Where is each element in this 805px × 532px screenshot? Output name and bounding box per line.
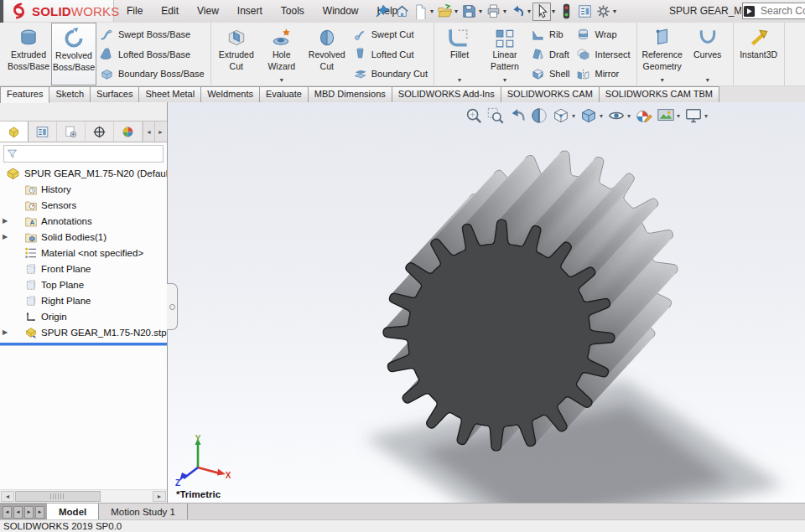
- ribbon-draft-button[interactable]: Draft: [531, 44, 569, 64]
- search-input[interactable]: [759, 4, 805, 18]
- property-manager-tab[interactable]: [29, 121, 57, 142]
- study-tab-motion-study-1[interactable]: Motion Study 1: [99, 504, 188, 520]
- hide-show-items-button[interactable]: [605, 105, 627, 127]
- display-manager-tab[interactable]: [114, 121, 143, 142]
- menu-tools[interactable]: Tools: [272, 0, 314, 23]
- menu-window[interactable]: Window: [314, 0, 368, 23]
- tab-solidworks-add-ins[interactable]: SOLIDWORKS Add-Ins: [392, 86, 501, 102]
- ribbon-mirror-button[interactable]: Mirror: [576, 65, 630, 84]
- menu-file[interactable]: File: [117, 0, 152, 23]
- scrollbar-thumb[interactable]: [15, 491, 101, 502]
- tab-weldments[interactable]: Weldments: [200, 86, 260, 102]
- undo-button[interactable]: [508, 3, 527, 21]
- display-style-dropdown-icon[interactable]: ▾: [600, 112, 603, 120]
- panel-splitter-handle[interactable]: [167, 283, 178, 330]
- last-tab-icon[interactable]: ►: [35, 506, 44, 519]
- ribbon-swept-boss-base-button[interactable]: Swept Boss/Base: [100, 25, 205, 44]
- view-settings-dropdown-icon[interactable]: ▾: [704, 112, 708, 120]
- expand-arrow-icon[interactable]: ▶: [3, 233, 8, 240]
- prev-tab-icon[interactable]: ◄: [13, 506, 23, 519]
- study-tab-nav[interactable]: ◄ ◄ ► ►: [0, 504, 47, 520]
- dimxpert-manager-tab[interactable]: [86, 121, 114, 142]
- rollback-bar[interactable]: [0, 343, 167, 346]
- ribbon-revolved-cut-button[interactable]: RevolvedCut: [304, 23, 350, 85]
- tab-sketch[interactable]: Sketch: [49, 86, 91, 102]
- tree-horizontal-scrollbar[interactable]: ◄ ►: [0, 489, 167, 503]
- tree-item-annotations[interactable]: ▶AAnnotations: [0, 213, 167, 229]
- first-tab-icon[interactable]: ◄: [3, 506, 12, 519]
- tree-filter-box[interactable]: [3, 145, 164, 163]
- ribbon-instant3d-button[interactable]: Instant3D: [736, 23, 782, 85]
- tree-item-history[interactable]: History: [0, 181, 167, 197]
- ribbon-extruded-boss-base-button[interactable]: ExtrudedBoss/Base: [6, 23, 51, 85]
- menu-view[interactable]: View: [188, 0, 228, 23]
- select-dropdown-icon[interactable]: ▾: [552, 8, 555, 15]
- menu-insert[interactable]: Insert: [228, 0, 272, 23]
- ribbon-wrap-button[interactable]: Wrap: [576, 25, 630, 44]
- tree-item-origin[interactable]: Origin: [0, 308, 167, 324]
- new-document-dropdown-icon[interactable]: ▾: [430, 8, 434, 15]
- ribbon-intersect-button[interactable]: Intersect: [576, 44, 630, 64]
- next-tab-icon[interactable]: ►: [24, 506, 34, 519]
- ribbon-boundary-boss-base-button[interactable]: Boundary Boss/Base: [100, 65, 205, 84]
- ribbon-lofted-cut-button[interactable]: Lofted Cut: [353, 44, 428, 64]
- study-tab-model[interactable]: Model: [47, 504, 99, 520]
- tree-item-spur-gear-m1-75-n20-def[interactable]: SPUR GEAR_M1.75-N20 (Default<<De: [0, 165, 167, 181]
- rebuild-button[interactable]: [557, 3, 575, 21]
- home-button[interactable]: [392, 3, 411, 21]
- ribbon-lofted-boss-base-button[interactable]: Lofted Boss/Base: [100, 44, 205, 64]
- previous-view-button[interactable]: [506, 105, 528, 127]
- ribbon-swept-cut-button[interactable]: Swept Cut: [353, 25, 428, 44]
- print-button[interactable]: [484, 3, 502, 21]
- section-view-button[interactable]: [528, 105, 550, 127]
- manager-tabs-scroll-right[interactable]: ►: [154, 121, 166, 142]
- view-settings-button[interactable]: [683, 105, 704, 127]
- manager-tabs-scroll-left[interactable]: ◄: [143, 121, 154, 142]
- new-document-button[interactable]: [411, 3, 429, 21]
- edit-appearance-button[interactable]: [633, 105, 655, 127]
- save-dropdown-icon[interactable]: ▾: [479, 8, 482, 15]
- ribbon-hole-wizard-button[interactable]: HoleWizard▾: [259, 23, 304, 85]
- expand-arrow-icon[interactable]: ▶: [3, 328, 8, 336]
- tree-item-right-plane[interactable]: Right Plane: [0, 292, 167, 308]
- tree-item-top-plane[interactable]: Top Plane: [0, 276, 167, 292]
- pin-menu-icon[interactable]: [375, 3, 390, 18]
- zoom-area-button[interactable]: [485, 105, 506, 127]
- graphics-area[interactable]: ▾▾▾▾▾ YXZ *Trimetric: [168, 102, 805, 503]
- ribbon-linear-pattern-button[interactable]: LinearPattern▾: [482, 23, 527, 85]
- view-orientation-button[interactable]: [550, 105, 572, 127]
- tab-features[interactable]: Features: [0, 86, 49, 103]
- tree-item-sensors[interactable]: Sensors: [0, 197, 167, 213]
- menu-edit[interactable]: Edit: [152, 0, 188, 23]
- tree-item-solid-bodies-1[interactable]: ▶Solid Bodies(1): [0, 229, 167, 245]
- ribbon-extruded-cut-button[interactable]: ExtrudedCut: [214, 23, 259, 85]
- options-button[interactable]: [594, 3, 612, 21]
- ribbon-shell-button[interactable]: Shell: [531, 65, 569, 84]
- tree-item-material-not-specified[interactable]: Material <not specified>: [0, 245, 167, 261]
- select-button[interactable]: [532, 3, 551, 21]
- open-document-dropdown-icon[interactable]: ▾: [454, 8, 458, 15]
- ribbon-curves-button[interactable]: Curves▾: [685, 23, 730, 85]
- tab-evaluate[interactable]: Evaluate: [259, 86, 309, 102]
- display-style-button[interactable]: [578, 105, 600, 127]
- ribbon-revolved-boss-base-button[interactable]: RevolvedBoss/Base: [51, 23, 96, 85]
- tab-sheet-metal[interactable]: Sheet Metal: [138, 86, 201, 102]
- scroll-left-arrow[interactable]: ◄: [1, 491, 14, 502]
- apply-scene-button[interactable]: [655, 105, 677, 127]
- file-properties-button[interactable]: [575, 3, 594, 21]
- open-document-button[interactable]: [435, 3, 454, 21]
- apply-scene-dropdown-icon[interactable]: ▾: [677, 112, 680, 120]
- zoom-fit-button[interactable]: [463, 105, 485, 127]
- gear-model[interactable]: [168, 102, 805, 503]
- hide-show-items-dropdown-icon[interactable]: ▾: [627, 112, 631, 120]
- print-dropdown-icon[interactable]: ▾: [503, 8, 506, 15]
- ribbon-boundary-cut-button[interactable]: Boundary Cut: [353, 65, 428, 84]
- tree-item-front-plane[interactable]: Front Plane: [0, 261, 167, 276]
- tab-solidworks-cam-tbm[interactable]: SOLIDWORKS CAM TBM: [599, 86, 719, 102]
- tab-mbd-dimensions[interactable]: MBD Dimensions: [308, 86, 392, 102]
- configuration-manager-tab[interactable]: [57, 121, 86, 142]
- options-dropdown-icon[interactable]: ▾: [613, 8, 616, 15]
- search-box[interactable]: [742, 3, 805, 19]
- ribbon-rib-button[interactable]: Rib: [531, 25, 569, 44]
- search-commands-icon[interactable]: [743, 5, 756, 18]
